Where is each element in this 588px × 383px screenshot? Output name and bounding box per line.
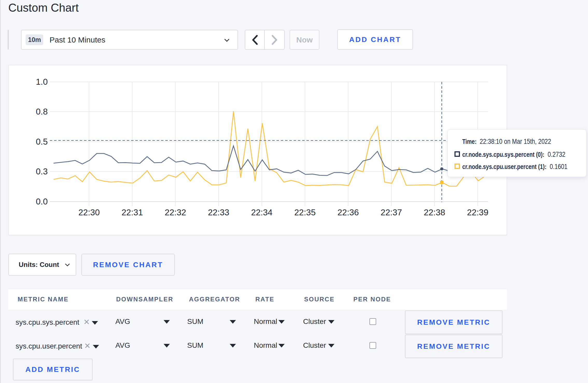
svg-text:1.0: 1.0 (36, 77, 48, 87)
svg-text:22:36: 22:36 (338, 208, 359, 217)
svg-text:22:31: 22:31 (122, 208, 143, 217)
svg-text:0.3: 0.3 (36, 167, 48, 176)
svg-text:22:32: 22:32 (165, 208, 186, 217)
svg-text:22:34: 22:34 (251, 208, 272, 217)
svg-text:0.5: 0.5 (36, 137, 48, 146)
svg-text:22:30: 22:30 (78, 208, 100, 217)
svg-text:22:37: 22:37 (381, 208, 402, 217)
svg-text:22:39: 22:39 (467, 208, 488, 217)
svg-text:0.8: 0.8 (36, 107, 48, 116)
svg-text:22:35: 22:35 (294, 208, 316, 217)
svg-text:0.0: 0.0 (36, 197, 48, 206)
svg-text:22:33: 22:33 (208, 208, 229, 217)
svg-text:22:38: 22:38 (424, 208, 445, 217)
